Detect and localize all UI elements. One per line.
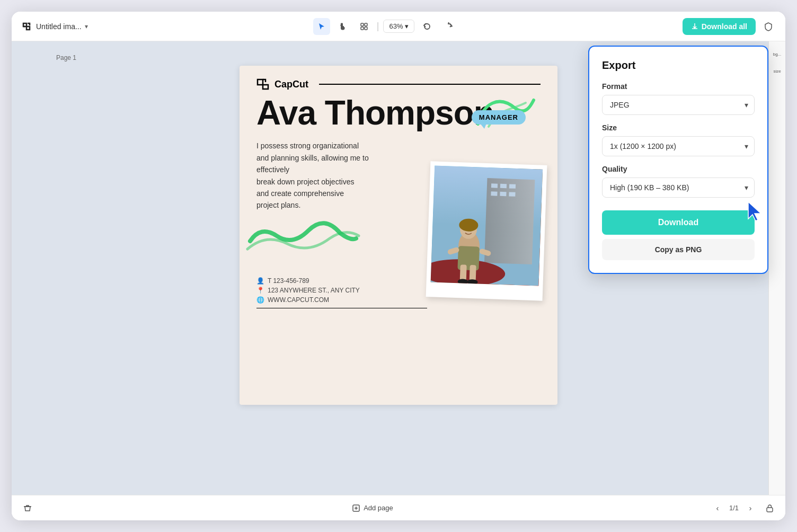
export-title: Export [602,59,755,72]
phone-icon: 👤 [256,277,264,285]
bottom-bar-center: Add page [35,502,710,515]
bottom-bar: Add page ‹ 1/1 › [12,495,785,520]
select-tool-button[interactable] [313,18,330,35]
add-page-button[interactable]: Add page [348,502,397,515]
quality-field: Quality Low (50 KB – 100 KB) Medium (100… [602,165,755,198]
undo-button[interactable] [419,18,436,35]
export-panel: Export Format JPEG PNG PDF SVG ▾ Size [588,46,768,274]
trash-button[interactable] [20,501,35,516]
page-label: Page 1 [56,54,76,61]
quality-label: Quality [602,165,755,173]
svg-rect-8 [509,184,516,189]
svg-rect-3 [365,27,367,30]
shield-button[interactable] [760,18,777,35]
svg-rect-6 [491,184,498,188]
hand-tool-button[interactable] [334,18,351,35]
download-all-label: Download all [702,22,747,31]
download-button[interactable]: Download [602,210,755,235]
svg-rect-9 [491,192,497,196]
top-bar: Untitled ima... ▾ | 63% ▾ [12,12,785,41]
size-field: Size 0.5x (600 × 600 px) 1x (1200 × 1200… [602,123,755,156]
download-button-wrapper: Download [602,206,755,239]
svg-rect-7 [500,184,507,188]
format-select[interactable]: JPEG PNG PDF SVG [602,95,755,115]
header-divider [319,84,541,85]
zoom-chevron-icon: ▾ [405,22,409,30]
svg-rect-0 [361,23,364,26]
format-label: Format [602,82,755,91]
svg-rect-2 [361,27,364,30]
speech-bubble: MANAGER [472,110,526,125]
format-select-wrapper: JPEG PNG PDF SVG ▾ [602,95,755,115]
top-bar-left: Untitled ima... ▾ [20,20,88,33]
top-bar-right: Download all [683,18,777,35]
download-all-button[interactable]: Download all [683,18,756,35]
location-icon: 📍 [256,287,264,294]
size-label: Size [602,123,755,132]
add-page-label: Add page [364,504,393,512]
app-window: Untitled ima... ▾ | 63% ▾ [12,12,785,520]
download-label: Download [658,218,698,227]
right-panel-strip: bg... size [768,41,785,495]
brand-name: CapCut [274,79,308,90]
prev-page-button[interactable]: ‹ [710,501,725,516]
website-text: WWW.CAPCUT.COM [268,296,329,304]
phone-text: T 123-456-789 [268,277,309,285]
quality-select[interactable]: Low (50 KB – 100 KB) Medium (100 KB – 20… [602,178,755,198]
canvas-header: CapCut [240,66,557,90]
next-page-button[interactable]: › [743,501,758,516]
app-logo-icon [20,20,33,33]
address-text: 123 ANYWHERE ST., ANY CITY [268,287,360,294]
green-squiggle-area [240,230,557,273]
panel-size-button[interactable]: size [771,65,784,77]
bio-text: I possess strong organizational and plan… [256,140,426,211]
svg-rect-24 [767,508,773,512]
size-select[interactable]: 0.5x (600 × 600 px) 1x (1200 × 1200 px) … [602,136,755,156]
footer-divider [256,308,427,308]
bottom-bar-left [20,501,35,516]
top-bar-center: | 63% ▾ [92,18,678,35]
page-count: 1/1 [729,504,739,512]
doc-title-chevron-icon[interactable]: ▾ [85,23,88,30]
format-field: Format JPEG PNG PDF SVG ▾ [602,82,755,115]
panel-bg-button[interactable]: bg... [771,48,784,60]
capcut-logo: CapCut [256,78,308,90]
size-select-wrapper: 0.5x (600 × 600 px) 1x (1200 × 1200 px) … [602,136,755,156]
doc-title: Untitled ima... [36,22,82,31]
green-squiggle-bottom-icon [245,220,361,262]
layout-tool-button[interactable] [356,18,373,35]
svg-rect-1 [365,23,367,26]
copy-png-label: Copy as PNG [655,245,702,254]
bottom-bar-right: ‹ 1/1 › [710,501,777,516]
main-content: Page 1 CapCut Ava Thompson [12,41,785,495]
canvas-body: I possess strong organizational and plan… [240,131,557,219]
design-canvas[interactable]: CapCut Ava Thompson I possess strong org… [240,66,557,405]
divider: | [377,21,379,32]
quality-select-wrapper: Low (50 KB – 100 KB) Medium (100 KB – 20… [602,178,755,198]
copy-as-png-button[interactable]: Copy as PNG [602,239,755,260]
svg-rect-11 [509,192,515,197]
zoom-control[interactable]: 63% ▾ [383,20,414,33]
svg-rect-10 [500,192,506,196]
web-icon: 🌐 [256,296,264,304]
redo-button[interactable] [440,18,457,35]
lock-button[interactable] [762,501,777,516]
zoom-value: 63% [389,22,403,30]
